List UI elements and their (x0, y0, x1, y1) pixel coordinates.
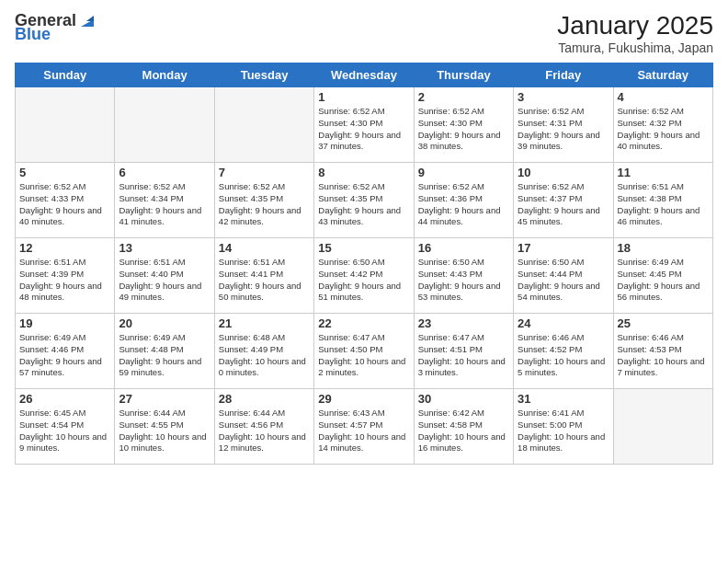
day-info: Sunrise: 6:46 AM Sunset: 4:52 PM Dayligh… (518, 332, 609, 379)
day-info: Sunrise: 6:41 AM Sunset: 5:00 PM Dayligh… (518, 408, 609, 454)
day-info: Sunrise: 6:45 AM Sunset: 4:54 PM Dayligh… (19, 408, 110, 454)
day-number: 29 (318, 392, 409, 406)
day-info: Sunrise: 6:50 AM Sunset: 4:44 PM Dayligh… (518, 257, 609, 304)
week-row-4: 19Sunrise: 6:49 AM Sunset: 4:46 PM Dayli… (16, 314, 713, 389)
calendar-cell (214, 87, 313, 163)
day-number: 1 (318, 90, 409, 104)
weekday-header-row: SundayMondayTuesdayWednesdayThursdayFrid… (16, 63, 713, 87)
day-number: 17 (518, 241, 609, 255)
day-info: Sunrise: 6:50 AM Sunset: 4:43 PM Dayligh… (418, 257, 509, 304)
logo-blue-text: Blue (15, 25, 51, 44)
weekday-header-thursday: Thursday (414, 63, 513, 87)
weekday-header-wednesday: Wednesday (314, 63, 414, 87)
day-info: Sunrise: 6:52 AM Sunset: 4:32 PM Dayligh… (618, 106, 709, 153)
calendar-cell: 4Sunrise: 6:52 AM Sunset: 4:32 PM Daylig… (613, 87, 712, 163)
calendar-cell: 17Sunrise: 6:50 AM Sunset: 4:44 PM Dayli… (514, 238, 613, 314)
day-info: Sunrise: 6:49 AM Sunset: 4:48 PM Dayligh… (119, 332, 210, 379)
calendar-cell: 1Sunrise: 6:52 AM Sunset: 4:30 PM Daylig… (314, 87, 414, 163)
day-number: 15 (318, 241, 409, 255)
week-row-3: 12Sunrise: 6:51 AM Sunset: 4:39 PM Dayli… (16, 238, 713, 314)
week-row-1: 1Sunrise: 6:52 AM Sunset: 4:30 PM Daylig… (16, 87, 713, 163)
calendar-cell: 19Sunrise: 6:49 AM Sunset: 4:46 PM Dayli… (16, 314, 115, 389)
day-info: Sunrise: 6:52 AM Sunset: 4:35 PM Dayligh… (318, 181, 409, 228)
day-number: 22 (318, 316, 409, 330)
day-number: 21 (219, 316, 310, 330)
calendar-cell: 6Sunrise: 6:52 AM Sunset: 4:34 PM Daylig… (115, 163, 214, 238)
day-number: 19 (19, 316, 110, 330)
calendar-cell (16, 87, 115, 163)
day-info: Sunrise: 6:52 AM Sunset: 4:30 PM Dayligh… (318, 106, 409, 153)
calendar-cell: 20Sunrise: 6:49 AM Sunset: 4:48 PM Dayli… (115, 314, 214, 389)
day-info: Sunrise: 6:46 AM Sunset: 4:53 PM Dayligh… (618, 332, 709, 379)
day-number: 2 (418, 90, 509, 104)
svg-marker-1 (86, 16, 94, 21)
day-number: 4 (618, 90, 709, 104)
calendar-cell: 2Sunrise: 6:52 AM Sunset: 4:30 PM Daylig… (414, 87, 513, 163)
calendar-cell: 15Sunrise: 6:50 AM Sunset: 4:42 PM Dayli… (314, 238, 414, 314)
day-number: 20 (119, 316, 210, 330)
calendar-cell: 12Sunrise: 6:51 AM Sunset: 4:39 PM Dayli… (16, 238, 115, 314)
calendar-cell: 7Sunrise: 6:52 AM Sunset: 4:35 PM Daylig… (214, 163, 313, 238)
day-number: 8 (318, 166, 409, 179)
day-number: 11 (618, 166, 709, 179)
day-number: 28 (219, 392, 310, 406)
calendar-cell: 14Sunrise: 6:51 AM Sunset: 4:41 PM Dayli… (214, 238, 313, 314)
day-number: 18 (618, 241, 709, 255)
header: General Blue January 2025 Tamura, Fukush… (15, 11, 713, 55)
day-info: Sunrise: 6:48 AM Sunset: 4:49 PM Dayligh… (219, 332, 310, 379)
weekday-header-saturday: Saturday (613, 63, 712, 87)
day-number: 24 (518, 316, 609, 330)
calendar-cell: 22Sunrise: 6:47 AM Sunset: 4:50 PM Dayli… (314, 314, 414, 389)
day-number: 25 (618, 316, 709, 330)
day-info: Sunrise: 6:49 AM Sunset: 4:46 PM Dayligh… (19, 332, 110, 379)
week-row-2: 5Sunrise: 6:52 AM Sunset: 4:33 PM Daylig… (16, 163, 713, 238)
day-info: Sunrise: 6:43 AM Sunset: 4:57 PM Dayligh… (318, 408, 409, 454)
day-info: Sunrise: 6:51 AM Sunset: 4:41 PM Dayligh… (219, 257, 310, 304)
calendar-cell: 23Sunrise: 6:47 AM Sunset: 4:51 PM Dayli… (414, 314, 513, 389)
calendar-cell: 10Sunrise: 6:52 AM Sunset: 4:37 PM Dayli… (514, 163, 613, 238)
day-info: Sunrise: 6:51 AM Sunset: 4:40 PM Dayligh… (119, 257, 210, 304)
weekday-header-friday: Friday (514, 63, 613, 87)
day-number: 5 (19, 166, 110, 179)
calendar-cell: 18Sunrise: 6:49 AM Sunset: 4:45 PM Dayli… (613, 238, 712, 314)
calendar-cell: 29Sunrise: 6:43 AM Sunset: 4:57 PM Dayli… (314, 389, 414, 465)
day-info: Sunrise: 6:52 AM Sunset: 4:34 PM Dayligh… (119, 181, 210, 228)
day-info: Sunrise: 6:52 AM Sunset: 4:33 PM Dayligh… (19, 181, 110, 228)
week-row-5: 26Sunrise: 6:45 AM Sunset: 4:54 PM Dayli… (16, 389, 713, 465)
weekday-header-tuesday: Tuesday (214, 63, 313, 87)
day-number: 30 (418, 392, 509, 406)
calendar-cell: 27Sunrise: 6:44 AM Sunset: 4:55 PM Dayli… (115, 389, 214, 465)
day-info: Sunrise: 6:51 AM Sunset: 4:38 PM Dayligh… (618, 181, 709, 228)
day-info: Sunrise: 6:42 AM Sunset: 4:58 PM Dayligh… (418, 408, 509, 454)
day-info: Sunrise: 6:47 AM Sunset: 4:51 PM Dayligh… (418, 332, 509, 379)
day-number: 10 (518, 166, 609, 179)
calendar-cell (613, 389, 712, 465)
calendar-cell (115, 87, 214, 163)
weekday-header-monday: Monday (115, 63, 214, 87)
day-number: 3 (518, 90, 609, 104)
calendar-cell: 16Sunrise: 6:50 AM Sunset: 4:43 PM Dayli… (414, 238, 513, 314)
calendar-cell: 25Sunrise: 6:46 AM Sunset: 4:53 PM Dayli… (613, 314, 712, 389)
calendar-cell: 9Sunrise: 6:52 AM Sunset: 4:36 PM Daylig… (414, 163, 513, 238)
title-block: January 2025 Tamura, Fukushima, Japan (557, 11, 713, 55)
logo: General Blue (15, 11, 97, 44)
location: Tamura, Fukushima, Japan (557, 40, 713, 55)
calendar-cell: 24Sunrise: 6:46 AM Sunset: 4:52 PM Dayli… (514, 314, 613, 389)
day-number: 14 (219, 241, 310, 255)
day-info: Sunrise: 6:52 AM Sunset: 4:35 PM Dayligh… (219, 181, 310, 228)
day-info: Sunrise: 6:52 AM Sunset: 4:31 PM Dayligh… (518, 106, 609, 153)
day-number: 13 (119, 241, 210, 255)
day-number: 31 (518, 392, 609, 406)
day-info: Sunrise: 6:50 AM Sunset: 4:42 PM Dayligh… (318, 257, 409, 304)
day-number: 12 (19, 241, 110, 255)
day-number: 27 (119, 392, 210, 406)
calendar-cell: 28Sunrise: 6:44 AM Sunset: 4:56 PM Dayli… (214, 389, 313, 465)
calendar-cell: 21Sunrise: 6:48 AM Sunset: 4:49 PM Dayli… (214, 314, 313, 389)
day-number: 9 (418, 166, 509, 179)
day-info: Sunrise: 6:49 AM Sunset: 4:45 PM Dayligh… (618, 257, 709, 304)
calendar-cell: 8Sunrise: 6:52 AM Sunset: 4:35 PM Daylig… (314, 163, 414, 238)
month-year: January 2025 (557, 11, 713, 40)
calendar-cell: 13Sunrise: 6:51 AM Sunset: 4:40 PM Dayli… (115, 238, 214, 314)
day-number: 6 (119, 166, 210, 179)
calendar-cell: 30Sunrise: 6:42 AM Sunset: 4:58 PM Dayli… (414, 389, 513, 465)
